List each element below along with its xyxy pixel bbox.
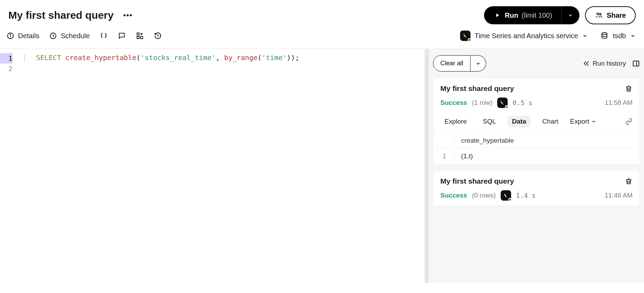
run-label: Run [505,11,518,19]
result-data-table: create_hypertable 1 (1,t) [433,132,639,165]
tab-chart[interactable]: Chart [538,116,562,127]
run-limit: (limit 100) [522,11,552,19]
code-punct: )); [287,53,299,62]
delete-result-button[interactable] [625,177,633,185]
code-function: create_hypertable [65,53,136,62]
result-card-header: My first shared query [433,84,639,93]
svg-point-0 [597,13,599,15]
run-button[interactable]: Run (limit 100) [484,6,561,24]
line-number: 1 [0,53,12,64]
schedule-tab[interactable]: Schedule [49,32,90,40]
code-punct: , [216,53,224,62]
svg-point-9 [602,33,607,35]
rewind-icon [583,60,590,67]
code-punct: ( [136,53,141,62]
variables-button[interactable] [100,32,108,40]
row-number-header [434,133,455,148]
export-dropdown[interactable]: Export [570,118,596,125]
chevron-down-icon [630,33,636,39]
comment-button[interactable] [118,32,126,40]
timestamp: 11:58 AM [605,99,633,107]
topbar: My first shared query ••• Run (limit 100… [0,0,644,31]
tab-data[interactable]: Data [508,116,530,127]
history-icon [154,32,162,40]
row-number: 1 [434,149,455,164]
service-logo-icon [497,98,508,108]
result-meta-left: Success (1 row) 0.5 s [440,98,532,108]
svg-rect-10 [633,61,639,66]
chevron-down-icon [591,119,596,124]
title-group: My first shared query ••• [8,9,133,21]
braces-icon [100,32,108,40]
run-button-group: Run (limit 100) [484,6,580,24]
chevron-down-icon [568,12,573,18]
share-button[interactable]: Share [585,6,636,24]
tab-explore[interactable]: Explore [440,116,471,127]
code-string: 'stocks_real_time' [141,53,216,62]
subbar-left: Details Schedule [6,32,162,40]
code-punct: ( [257,53,262,62]
subbar: Details Schedule [0,31,644,49]
history-button[interactable] [154,32,162,40]
svg-rect-7 [137,36,139,39]
details-tab[interactable]: Details [6,32,39,40]
duration: 0.5 s [512,99,532,107]
timestamp: 11:46 AM [605,192,633,199]
clear-dropdown[interactable] [471,55,486,72]
results-panel: Clear all Run history [429,49,644,283]
row-count: (0 rows) [472,192,496,199]
row-count: (1 row) [472,99,492,107]
tab-sql[interactable]: SQL [478,116,500,127]
result-meta: Success (0 rows) 1.4 s 11:46 AM [433,185,639,206]
chevron-down-icon [475,61,481,66]
result-title: My first shared query [440,177,514,185]
main: 1 2 SELECT create_hypertable('stocks_rea… [0,49,644,283]
line-gutter: 1 2 [0,52,15,283]
delete-result-button[interactable] [625,85,633,92]
results-panel-header: Clear all Run history [433,55,640,72]
result-card: My first shared query Success (1 row) 0.… [433,78,640,165]
clear-all-button[interactable]: Clear all [433,55,471,72]
code-editor[interactable]: 1 2 SELECT create_hypertable('stocks_rea… [0,49,425,283]
service-selector[interactable]: Time Series and Analytics service [460,31,588,41]
more-options-icon[interactable]: ••• [123,11,133,19]
result-title: My first shared query [440,84,514,93]
code-string: 'time' [262,53,287,62]
code-function: by_range [224,53,257,62]
status-badge: Success [440,99,467,107]
result-meta: Success (1 row) 0.5 s 11:58 AM [433,93,639,113]
results-panel-actions: Run history [583,60,640,67]
clock-icon [49,32,57,40]
code-area[interactable]: SELECT create_hypertable('stocks_real_ti… [15,52,425,283]
status-badge: Success [440,192,467,199]
run-dropdown[interactable] [561,6,579,24]
top-actions: Run (limit 100) Share [484,6,636,24]
column-header[interactable]: create_hypertable [456,133,639,148]
service-logo-icon [460,31,471,41]
share-label: Share [607,11,626,19]
clear-group: Clear all [433,55,486,72]
subbar-right: Time Series and Analytics service tsdb [460,31,636,41]
play-icon [493,11,501,19]
panel-layout-icon[interactable] [632,60,640,67]
database-name: tsdb [613,32,626,40]
duration: 1.4 s [516,192,536,199]
share-icon [595,11,603,19]
database-selector[interactable]: tsdb [600,32,636,40]
service-logo-icon [501,190,511,201]
line-number: 2 [0,64,12,74]
service-name: Time Series and Analytics service [475,32,578,40]
cell-value: (1,t) [456,149,639,164]
add-widget-button[interactable] [136,32,144,40]
panel-resize-handle[interactable] [425,49,429,283]
result-tabs: Explore SQL Data Chart Export [433,113,639,132]
page-title: My first shared query [8,9,113,21]
database-icon [600,32,609,40]
result-meta-left: Success (0 rows) 1.4 s [440,190,536,201]
copy-link-button[interactable] [626,118,633,125]
table-row[interactable]: 1 (1,t) [434,149,639,164]
run-history-label: Run history [593,60,626,67]
schedule-label: Schedule [61,32,90,40]
cursor-guide [24,55,25,62]
run-history-button[interactable]: Run history [583,60,626,67]
